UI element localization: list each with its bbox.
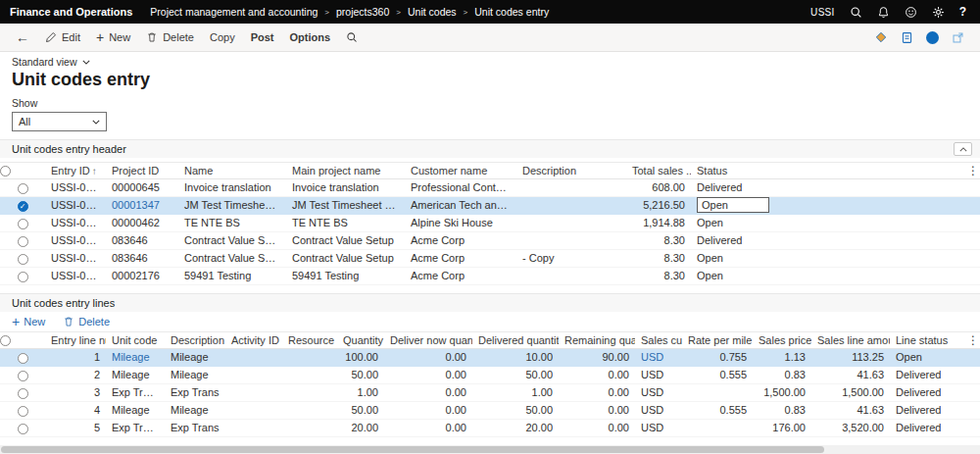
remaining-quantity-cell[interactable]: 0.00 — [559, 402, 635, 420]
delete-button[interactable]: Delete — [138, 28, 202, 46]
name-cell[interactable]: TE NTE BS — [178, 215, 286, 232]
table-row[interactable]: USSI-0005900000462TE NTE BSTE NTE BSAlpi… — [0, 215, 980, 232]
lines-select-all-header[interactable] — [0, 332, 45, 349]
customer-name-cell[interactable]: Professional Containers a... — [405, 179, 516, 197]
selected-row-radio[interactable]: ✓ — [18, 201, 28, 212]
row-select-cell[interactable] — [0, 349, 45, 367]
col-header-deliver-now-quantity[interactable]: Deliver now quantity — [384, 332, 472, 349]
select-all-radio[interactable] — [0, 335, 11, 346]
entry-id-cell[interactable]: USSI-00058 — [45, 197, 106, 215]
remaining-quantity-cell[interactable]: 0.00 — [559, 384, 635, 402]
total-sales-cell[interactable]: 608.00 — [626, 179, 691, 197]
row-radio[interactable] — [18, 371, 28, 381]
company-picker[interactable]: USSI — [810, 7, 835, 18]
activity-id-cell[interactable] — [225, 402, 282, 420]
view-selector[interactable]: Standard view — [12, 56, 90, 68]
sales-line-amount-cell[interactable]: 41.63 — [811, 402, 890, 420]
row-select-cell[interactable] — [0, 384, 45, 402]
unit-code-cell[interactable]: Exp Trans — [106, 420, 165, 437]
sales-line-amount-cell[interactable]: 113.25 — [811, 349, 890, 367]
toolbar-search-button[interactable] — [338, 28, 366, 46]
customer-name-cell[interactable]: American Tech and Mana... — [405, 197, 516, 215]
row-more-cell[interactable] — [965, 197, 980, 215]
breadcrumb-item[interactable]: projects360 — [336, 6, 389, 18]
options-button[interactable]: Options — [282, 28, 339, 46]
remaining-quantity-cell[interactable]: 0.00 — [559, 367, 635, 384]
table-row[interactable]: 1MileageMileage100.000.0010.0090.00USD0.… — [0, 349, 980, 367]
status-cell[interactable]: Open — [691, 250, 965, 268]
entry-id-cell[interactable]: USSI-00059 — [45, 215, 106, 232]
col-header-status[interactable]: Status — [691, 163, 965, 179]
resource-cell[interactable] — [282, 384, 337, 402]
lines-delete-button[interactable]: Delete — [63, 316, 110, 328]
line-status-cell[interactable]: Delivered — [890, 420, 965, 437]
main-project-name-cell[interactable]: 59491 Testing — [286, 268, 405, 285]
row-radio[interactable] — [18, 219, 28, 229]
row-more-cell[interactable] — [965, 232, 980, 250]
main-project-name-cell[interactable]: JM Test Timesheet Unit C... — [286, 197, 405, 215]
entry-id-cell[interactable]: USSI-00060 — [45, 232, 106, 250]
status-cell[interactable]: Open — [691, 197, 965, 215]
row-more-cell[interactable] — [965, 420, 980, 437]
messages-icon[interactable] — [926, 31, 939, 44]
col-header-name[interactable]: Name — [178, 163, 286, 179]
row-select-cell[interactable] — [0, 402, 45, 420]
resource-cell[interactable] — [282, 349, 337, 367]
resource-cell[interactable] — [282, 420, 337, 437]
project-id-cell[interactable]: 083646 — [106, 232, 178, 250]
line-status-cell[interactable]: Delivered — [890, 367, 965, 384]
table-row[interactable]: USSI-0005700000645Invoice translationInv… — [0, 179, 980, 197]
status-cell[interactable]: Delivered — [691, 179, 965, 197]
col-header-description[interactable]: Description — [516, 163, 626, 179]
col-header-entry-line-number[interactable]: Entry line number — [45, 332, 106, 349]
row-radio[interactable] — [18, 254, 28, 265]
breadcrumb-item[interactable]: Project management and accounting — [150, 6, 318, 18]
deliver-now-quantity-cell[interactable]: 0.00 — [384, 367, 472, 384]
remaining-quantity-cell[interactable]: 0.00 — [559, 420, 635, 437]
col-header-sales-price[interactable]: Sales price — [753, 332, 811, 349]
sales-price-cell[interactable]: 0.83 — [753, 402, 811, 420]
status-cell[interactable]: Open — [691, 215, 965, 232]
row-more-cell[interactable] — [965, 215, 980, 232]
remaining-quantity-cell[interactable]: 90.00 — [559, 349, 635, 367]
show-filter-select[interactable]: All — [12, 112, 107, 131]
entry-line-number-cell[interactable]: 3 — [45, 384, 106, 402]
quantity-cell[interactable]: 50.00 — [337, 367, 384, 384]
rate-per-mile-cell[interactable]: 0.555 — [682, 367, 753, 384]
entry-line-number-cell[interactable]: 5 — [45, 420, 106, 437]
entry-id-cell[interactable]: USSI-00062 — [45, 268, 106, 285]
horizontal-scrollbar[interactable] — [0, 445, 980, 454]
total-sales-cell[interactable]: 8.30 — [626, 232, 691, 250]
row-select-cell[interactable] — [0, 232, 45, 250]
unit-code-cell[interactable]: Mileage — [106, 349, 165, 367]
name-cell[interactable]: JM Test Timesheet Unit C... — [178, 197, 286, 215]
task-icon[interactable] — [901, 31, 913, 44]
description-cell[interactable] — [516, 197, 626, 215]
delivered-quantity-cell[interactable]: 1.00 — [472, 384, 559, 402]
row-select-cell[interactable] — [0, 179, 45, 197]
entry-line-number-cell[interactable]: 4 — [45, 402, 106, 420]
entry-id-cell[interactable]: USSI-00057 — [45, 179, 106, 197]
col-header-total-sales[interactable]: Total sales ... — [626, 163, 691, 179]
table-row[interactable]: USSI-00061083646Contract Value SetupCont… — [0, 250, 980, 268]
rate-per-mile-cell[interactable]: 0.755 — [682, 349, 753, 367]
row-select-cell[interactable] — [0, 215, 45, 232]
post-button[interactable]: Post — [243, 28, 282, 46]
col-header-remaining-quantity[interactable]: Remaining quantity — [559, 332, 635, 349]
name-cell[interactable]: Contract Value Setup — [178, 250, 286, 268]
delivered-quantity-cell[interactable]: 50.00 — [472, 367, 559, 384]
sales-currency-cell[interactable]: USD — [635, 384, 682, 402]
row-select-cell[interactable] — [0, 367, 45, 384]
delivered-quantity-cell[interactable]: 50.00 — [472, 402, 559, 420]
deliver-now-quantity-cell[interactable]: 0.00 — [384, 384, 472, 402]
row-select-cell[interactable] — [0, 420, 45, 437]
deliver-now-quantity-cell[interactable]: 0.00 — [384, 420, 472, 437]
line-description-cell[interactable]: Mileage — [165, 349, 225, 367]
col-header-sales-line-amount[interactable]: Sales line amount — [811, 332, 890, 349]
row-radio[interactable] — [18, 272, 28, 282]
project-id-cell[interactable]: 00002176 — [106, 268, 178, 285]
project-id-cell[interactable]: 00001347 — [106, 197, 178, 215]
name-cell[interactable]: Contract Value Setup — [178, 232, 286, 250]
row-select-cell[interactable] — [0, 250, 45, 268]
project-id-cell[interactable]: 083646 — [106, 250, 178, 268]
